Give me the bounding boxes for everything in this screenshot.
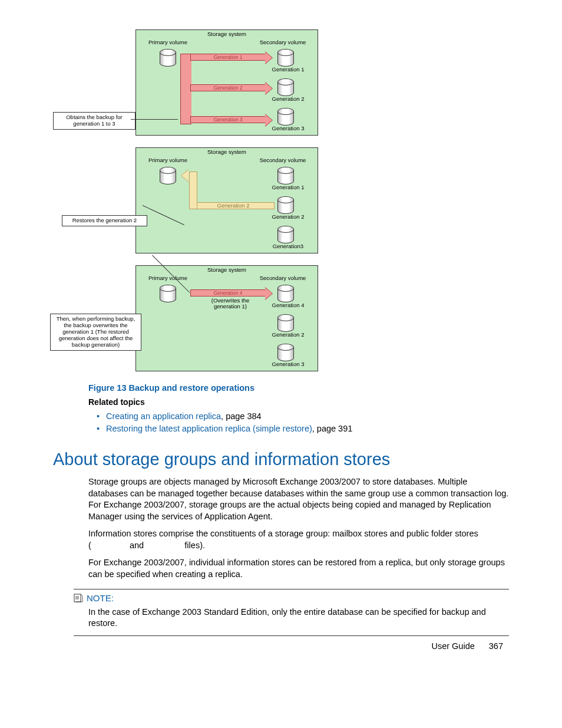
- document-page: Storage system Primary volume Secondary …: [0, 0, 562, 671]
- related-topics-label: Related topics: [88, 397, 509, 407]
- code-placeholder: [91, 541, 127, 550]
- secondary-cylinder-icon: [277, 226, 294, 243]
- secondary-cylinder-icon: [277, 167, 294, 185]
- paragraph: Storage groups are objects managed by Mi…: [88, 476, 509, 522]
- diagram-backup: Storage system Primary volume Secondary …: [94, 29, 509, 136]
- note-body: In the case of Exchange 2003 Standard Ed…: [88, 607, 509, 630]
- secondary-volume-label: Secondary volume: [256, 157, 309, 163]
- paragraph: For Exchange 2003/2007, individual infor…: [88, 557, 509, 580]
- callout-restore: Restores the generation 2: [62, 215, 147, 226]
- paragraph: Information stores comprise the constitu…: [88, 528, 509, 551]
- gen2-label: Generation 2: [270, 96, 306, 102]
- primary-volume-label: Primary volume: [144, 157, 191, 163]
- code-placeholder: [146, 541, 182, 550]
- primary-volume-label: Primary volume: [144, 39, 191, 45]
- arrow-gen2-label: Generation 2: [213, 203, 254, 209]
- overwrite-note: (Overwrites the generation 1): [204, 298, 257, 310]
- secondary-cylinder-icon: [277, 78, 294, 96]
- secondary-cylinder-icon: [277, 108, 294, 126]
- related-link[interactable]: Restoring the latest application replica…: [106, 424, 312, 433]
- gen2-label: Generation 2: [270, 214, 306, 220]
- secondary-cylinder-icon: [277, 344, 294, 361]
- gen2-label: Generation 2: [270, 332, 306, 338]
- primary-cylinder-icon: [160, 285, 176, 302]
- svg-rect-0: [74, 594, 81, 602]
- arrow-gen4: Generation 4: [190, 289, 266, 297]
- storage-system-label: Storage system: [136, 31, 318, 37]
- note-label: NOTE:: [87, 593, 114, 603]
- page-footer: User Guide 367: [431, 641, 503, 651]
- note-icon: [74, 593, 83, 602]
- related-link[interactable]: Creating an application replica: [106, 411, 221, 421]
- secondary-volume-label: Secondary volume: [256, 275, 309, 281]
- secondary-cylinder-icon: [277, 285, 294, 302]
- primary-volume-label: Primary volume: [144, 275, 191, 281]
- gen4-label: Generation 4: [270, 302, 306, 308]
- figure-caption: Figure 13 Backup and restore operations: [88, 383, 509, 393]
- secondary-cylinder-icon: [277, 196, 294, 214]
- section-heading: About storage groups and information sto…: [53, 450, 509, 469]
- note-block: NOTE: In the case of Exchange 2003 Stand…: [74, 589, 509, 636]
- callout-overwrite: Then, when performing backup, the backup…: [50, 314, 141, 351]
- callout-backup: Obtains the backup for generation 1 to 3: [53, 112, 135, 130]
- page-number: 367: [489, 641, 503, 651]
- diagram-overwrite: Storage system Primary volume Secondary …: [94, 265, 509, 371]
- storage-system-label: Storage system: [136, 149, 318, 155]
- gen3-label: Generation 3: [270, 126, 306, 131]
- list-item: Creating an application replica, page 38…: [97, 411, 509, 421]
- primary-cylinder-icon: [160, 167, 176, 185]
- gen1-label: Generation 1: [270, 185, 306, 190]
- arrow-gen3: Generation 3: [190, 116, 266, 123]
- related-suffix: , page 384: [221, 411, 262, 421]
- text-fragment: files).: [182, 541, 205, 550]
- footer-title: User Guide: [431, 641, 474, 651]
- related-topics-list: Creating an application replica, page 38…: [97, 411, 509, 433]
- primary-cylinder-icon: [160, 49, 176, 67]
- related-suffix: , page 391: [312, 424, 353, 433]
- list-item: Restoring the latest application replica…: [97, 424, 509, 433]
- arrow-gen1: Generation 1: [190, 54, 266, 61]
- gen1-label: Generation 1: [270, 67, 306, 73]
- gen3-label: Generation3: [270, 243, 306, 249]
- secondary-volume-label: Secondary volume: [256, 39, 309, 45]
- secondary-cylinder-icon: [277, 314, 294, 332]
- text-fragment: and: [127, 541, 146, 550]
- storage-system-label: Storage system: [136, 267, 318, 273]
- diagram-restore: Storage system Primary volume Secondary …: [94, 147, 509, 253]
- gen3-label: Generation 3: [270, 361, 306, 367]
- arrow-gen2: Generation 2: [190, 84, 266, 91]
- secondary-cylinder-icon: [277, 49, 294, 67]
